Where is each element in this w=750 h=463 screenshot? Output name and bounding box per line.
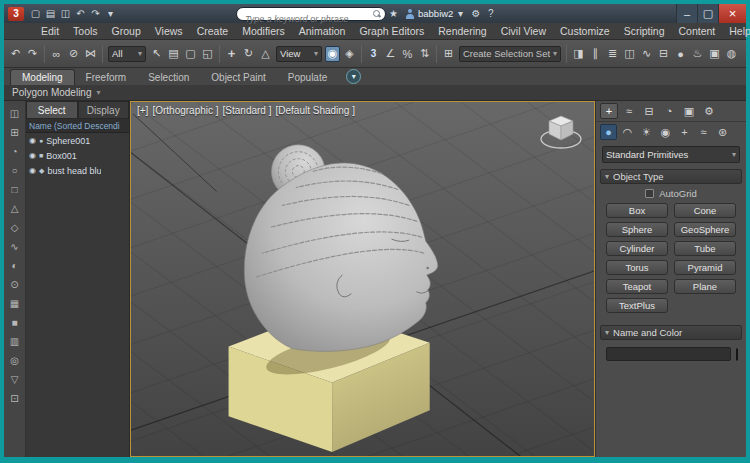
teapot-button[interactable]: Teapot [606,279,668,294]
select-and-move-icon[interactable]: + [224,46,239,62]
sphere-button[interactable]: Sphere [606,222,668,237]
display-shapes-icon[interactable]: □ [7,182,23,197]
autogrid-checkbox[interactable] [645,189,654,198]
maximize-button[interactable]: ▢ [697,4,718,23]
open-file-icon[interactable]: ▤ [43,6,58,21]
layer-manager-icon[interactable]: ≣ [605,46,620,62]
select-and-link-icon[interactable]: ∞ [49,46,64,62]
visibility-eye-icon[interactable]: ◉ [29,166,36,175]
select-object-icon[interactable]: ↖ [149,46,164,62]
angle-snap-icon[interactable]: ∠ [383,46,398,62]
search-icon[interactable] [373,10,381,18]
primitive-category-dropdown[interactable]: Standard Primitives ▾ [602,146,740,163]
ribbon-tab-object-paint[interactable]: Object Paint [200,69,276,85]
ribbon-config-button[interactable]: ▾ [346,69,361,84]
display-bones-icon[interactable]: ▦ [7,296,23,311]
display-all-icon[interactable]: ⊞ [7,125,23,140]
hierarchy-tab-icon[interactable]: ⊟ [640,103,658,119]
cone-button[interactable]: Cone [674,203,736,218]
sort-type-icon[interactable]: ▽ [7,372,23,387]
viewport-layout-label[interactable]: [Standard ] [223,105,272,116]
curve-editor-icon[interactable]: ∿ [639,46,654,62]
toggle-scene-explorer-icon[interactable]: ◫ [622,46,637,62]
helpers-category-icon[interactable]: + [676,124,693,140]
selection-region-icon[interactable]: ▢ [183,46,198,62]
spinner-snap-icon[interactable]: ⇅ [417,46,432,62]
select-and-manipulate-icon[interactable]: ◈ [342,46,357,62]
menu-civil-view[interactable]: Civil View [494,25,553,37]
user-dropdown-icon[interactable]: ▾ [456,6,464,21]
spacewarps-category-icon[interactable]: ≈ [695,124,712,140]
menu-graph-editors[interactable]: Graph Editors [352,25,431,37]
menu-tools[interactable]: Tools [66,25,105,37]
redo-scene-icon[interactable]: ↷ [25,46,40,62]
render-production-icon[interactable]: ◍ [724,46,739,62]
viewport-pov-label[interactable]: [Orthographic ] [152,105,218,116]
display-cameras-icon[interactable]: ◇ [7,220,23,235]
new-scene-icon[interactable]: ▢ [28,6,43,21]
geometry-category-icon[interactable]: ● [600,124,617,140]
list-item[interactable]: ◉ ● Sphere001 [26,133,129,148]
undo-scene-icon[interactable]: ↶ [8,46,23,62]
viewport-canvas[interactable] [131,102,594,456]
create-tab-icon[interactable]: + [600,103,618,119]
menu-rendering[interactable]: Rendering [431,25,493,37]
cameras-category-icon[interactable]: ◉ [657,124,674,140]
snaps-toggle-icon[interactable]: 3 [366,46,381,62]
plane-button[interactable]: Plane [674,279,736,294]
display-geometry-icon[interactable]: ○ [7,163,23,178]
torus-button[interactable]: Torus [606,260,668,275]
display-none-icon[interactable]: ◫ [7,106,23,121]
display-tab-icon[interactable]: ▣ [680,103,698,119]
menu-group[interactable]: Group [105,25,148,37]
object-color-swatch[interactable] [736,348,738,361]
visibility-eye-icon[interactable]: ◉ [29,136,36,145]
motion-tab-icon[interactable]: ◔ [660,103,678,119]
use-pivot-center-icon[interactable]: ◉ [325,46,340,62]
help-icon[interactable]: ? [483,6,498,21]
box-button[interactable]: Box [606,203,668,218]
display-frozen-icon[interactable]: ■ [7,315,23,330]
tab-select[interactable]: Select [26,101,78,119]
edit-named-selection-sets-icon[interactable]: ⊞ [441,46,456,62]
signed-in-user[interactable]: babbiw2 ▾ [405,6,464,21]
menu-edit[interactable]: Edit [34,25,66,37]
menu-customize[interactable]: Customize [553,25,617,37]
ribbon-tab-freeform[interactable]: Freeform [75,69,138,85]
list-item[interactable]: ◉ ■ Box001 [26,148,129,163]
list-item[interactable]: ◉ ◆ bust head blu [26,163,129,178]
selection-filter-dropdown[interactable]: All ▾ [108,46,146,62]
shapes-category-icon[interactable]: ◠ [619,124,636,140]
menu-modifiers[interactable]: Modifiers [235,25,292,37]
lights-category-icon[interactable]: ☀ [638,124,655,140]
app-logo-icon[interactable]: 3 [8,7,24,21]
viewport[interactable]: [+] [Orthographic ] [Standard ] [Default… [130,101,595,457]
sort-alphabetical-icon[interactable]: ◎ [7,353,23,368]
workspace-dropdown-icon[interactable]: ▾ [103,6,118,21]
menu-create[interactable]: Create [190,25,236,37]
undo-icon[interactable]: ↶ [73,6,88,21]
viewcube[interactable] [538,109,584,153]
geosphere-button[interactable]: GeoSphere [674,222,736,237]
explorer-name-column-header[interactable]: Name (Sorted Descendi [26,119,129,133]
ribbon-tab-selection[interactable]: Selection [137,69,200,85]
select-and-scale-icon[interactable]: △ [258,46,273,62]
tube-button[interactable]: Tube [674,241,736,256]
visibility-eye-icon[interactable]: ◉ [29,151,36,160]
menu-content[interactable]: Content [671,25,722,37]
polygon-modeling-panel-bar[interactable]: Polygon Modeling ▾ [4,85,746,101]
schematic-view-icon[interactable]: ⊟ [656,46,671,62]
close-button[interactable]: × [718,4,746,23]
ribbon-tab-populate[interactable]: Populate [277,69,338,85]
configure-columns-icon[interactable]: ⊡ [7,391,23,406]
cylinder-button[interactable]: Cylinder [606,241,668,256]
named-selection-set-dropdown[interactable]: Create Selection Set ▾ [459,46,561,62]
object-name-input[interactable] [606,347,731,361]
select-by-name-icon[interactable]: ▤ [166,46,181,62]
systems-category-icon[interactable]: ⊛ [714,124,731,140]
menu-scripting[interactable]: Scripting [617,25,672,37]
save-file-icon[interactable]: ◫ [58,6,73,21]
tab-display[interactable]: Display [78,101,130,119]
align-icon[interactable]: ∥ [588,46,603,62]
display-inverse-icon[interactable]: ◔ [7,144,23,159]
